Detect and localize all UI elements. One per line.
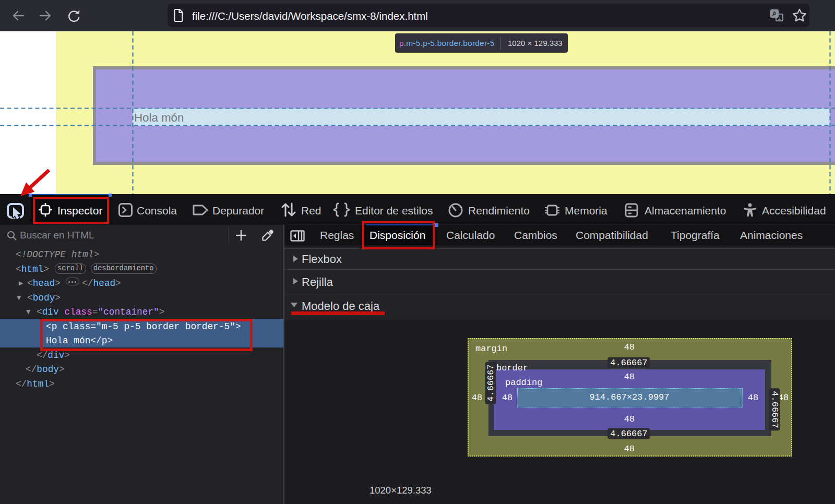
svg-text:z: z [778, 15, 781, 21]
